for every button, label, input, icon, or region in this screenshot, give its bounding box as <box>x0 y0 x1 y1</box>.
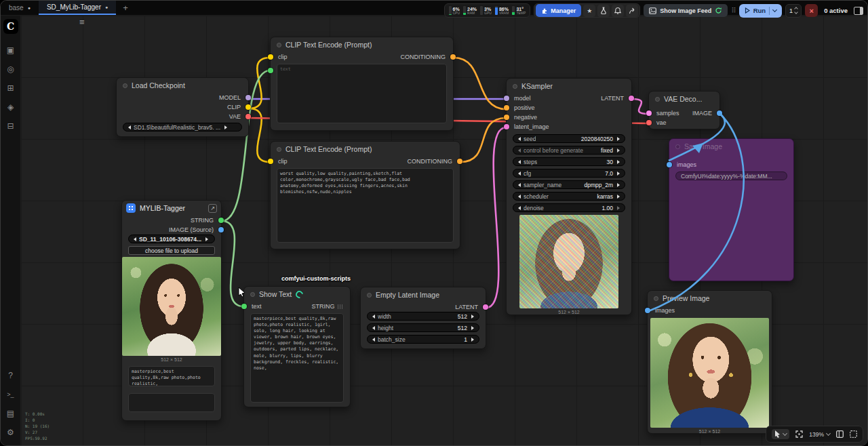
conditioning-output-socket[interactable] <box>450 54 456 60</box>
comfyui-window: base ● SD_MyLib-Tagger ● + C ▣ ◎ ⊞ ◈ ⊟ ?… <box>0 0 868 446</box>
images-input-socket[interactable] <box>667 162 672 167</box>
zoom-level-button[interactable]: 139% <box>809 431 830 438</box>
ksampler-preview-image <box>519 215 618 308</box>
mouse-cursor-icon <box>238 287 246 298</box>
ckpt-name-combo[interactable]: SD1.5\beautifulRealistic_brav5. ... <box>123 123 242 131</box>
workflows-icon[interactable]: ⊟ <box>3 119 18 134</box>
node-show-text[interactable]: Show Text text STRING masterpiece,best q… <box>243 286 351 407</box>
settings-gear-icon[interactable]: ⚙ <box>3 425 18 440</box>
node-clip-text-encode-positive[interactable]: CLIP Text Encode (Prompt) clip CONDITION… <box>270 37 454 131</box>
collapse-dot-icon[interactable] <box>250 292 255 297</box>
positive-prompt-textarea[interactable]: text <box>277 64 447 123</box>
drag-handle-icon[interactable]: ⠿ <box>731 7 735 14</box>
temp-monitor: 31°TEMP <box>512 6 526 15</box>
cfg-widget[interactable]: cfg7.0 <box>513 169 625 178</box>
star-icon[interactable]: ★ <box>583 5 595 17</box>
tagger-prompt-textarea[interactable]: masterpiece,best quality,8k,raw photo,ph… <box>128 366 215 386</box>
terminal-icon[interactable]: >_ <box>3 387 18 402</box>
flask-icon[interactable] <box>597 5 610 17</box>
collapse-dot-icon[interactable] <box>123 83 127 88</box>
view-icon[interactable]: ◎ <box>3 62 18 77</box>
seed-widget[interactable]: seed2020840250 <box>513 134 625 143</box>
input-label-samples: samples <box>656 110 679 117</box>
tab-base[interactable]: base ● <box>1 1 39 15</box>
show-image-feed-button[interactable]: Show Image Feed <box>644 4 728 17</box>
show-text-output-textarea[interactable]: masterpiece,best quality,8k,raw photo,ph… <box>250 313 344 403</box>
collapse-dot-icon[interactable] <box>277 43 281 47</box>
collapse-dot-icon[interactable] <box>513 84 517 89</box>
file-combo[interactable]: SD_11_10106-308674... <box>128 235 215 243</box>
node-preview-image[interactable]: Preview Image images 512 × 512 <box>647 290 772 434</box>
node-load-checkpoint[interactable]: Load Checkpoint MODEL CLIP VAE SD1.5\bea… <box>116 77 249 137</box>
latent-output-socket[interactable] <box>483 304 488 310</box>
model-library-icon[interactable]: ◈ <box>3 100 18 115</box>
clip-input-socket[interactable] <box>268 159 273 164</box>
node-vae-decode[interactable]: VAE Deco... samples IMAGE vae <box>648 91 720 129</box>
vae-output-socket[interactable] <box>245 114 251 119</box>
decrement-icon[interactable] <box>794 10 798 14</box>
clip-input-socket[interactable] <box>268 54 273 60</box>
logs-icon[interactable]: ▤ <box>3 406 18 421</box>
queue-icon[interactable]: ▣ <box>3 43 18 58</box>
pointer-tool-button[interactable] <box>772 429 789 439</box>
collapse-dot-icon[interactable] <box>367 293 372 298</box>
choose-file-button[interactable]: choose file to upload <box>128 246 215 255</box>
fit-view-icon[interactable] <box>795 430 803 438</box>
share-icon[interactable] <box>626 5 638 17</box>
clear-queue-button[interactable]: × <box>805 4 818 17</box>
help-icon[interactable]: ? <box>3 368 18 383</box>
latent-output-socket[interactable] <box>629 96 634 101</box>
node-empty-latent-image[interactable]: Empty Latent Image LATENT width512 heigh… <box>360 287 486 349</box>
sampler-name-widget[interactable]: sampler_namedpmpp_2m <box>513 180 625 189</box>
steps-widget[interactable]: steps30 <box>513 157 625 166</box>
clip-output-socket[interactable] <box>245 104 251 110</box>
node-ksampler[interactable]: KSampler model LATENT positive negative … <box>506 78 632 315</box>
images-input-socket[interactable] <box>645 308 650 313</box>
height-widget[interactable]: height512 <box>367 323 479 332</box>
collapse-dot-icon[interactable] <box>655 97 660 102</box>
denoise-widget[interactable]: denoise1.00 <box>513 203 625 212</box>
focus-mode-icon[interactable] <box>850 430 857 438</box>
comfyui-logo[interactable]: C <box>3 19 18 34</box>
input-label-clip: clip <box>278 54 288 60</box>
vae-input-socket[interactable] <box>646 120 652 125</box>
widget-grip-icon[interactable] <box>338 304 343 309</box>
positive-input-socket[interactable] <box>504 105 509 110</box>
node-library-icon[interactable]: ⊞ <box>3 81 18 96</box>
node-save-image-bypassed[interactable]: Save Image images ComfyUI%date:yyyy%-%da… <box>669 138 794 281</box>
image-source-output-socket[interactable] <box>218 227 224 232</box>
node-graph-canvas[interactable]: ≡ Load Checkpoint MODEL CLIP VAE SD1.5\b… <box>21 16 868 446</box>
bell-icon[interactable] <box>612 5 624 17</box>
negative-input-socket[interactable] <box>504 115 509 120</box>
width-widget[interactable]: width512 <box>367 312 479 321</box>
minimap-icon[interactable] <box>836 430 844 438</box>
run-button[interactable]: Run <box>739 4 782 18</box>
samples-input-socket[interactable] <box>646 110 652 116</box>
new-tab-button[interactable]: + <box>116 1 135 15</box>
tab-sd-mylib-tagger[interactable]: SD_MyLib-Tagger ● <box>39 1 116 15</box>
model-output-socket[interactable] <box>245 95 251 100</box>
latent-image-input-socket[interactable] <box>504 124 509 129</box>
scheduler-widget[interactable]: schedulerkarras <box>513 192 625 201</box>
expand-icon[interactable]: ↗ <box>208 204 217 213</box>
node-clip-text-encode-negative[interactable]: CLIP Text Encode (Prompt) clip CONDITION… <box>270 141 460 249</box>
conditioning-output-socket[interactable] <box>457 159 462 164</box>
canvas-menu-icon[interactable]: ≡ <box>79 17 85 27</box>
tagger-note-textarea[interactable] <box>128 393 215 412</box>
collapse-dot-icon[interactable] <box>654 296 658 301</box>
string-output-socket[interactable] <box>218 218 224 223</box>
control-before-generate-widget[interactable]: control before generatefixed <box>513 146 625 155</box>
batch-size-widget[interactable]: batch_size1 <box>367 335 479 344</box>
toggle-panel-icon[interactable] <box>854 7 863 15</box>
negative-prompt-textarea[interactable]: worst quality,low quality,painting,sketc… <box>277 168 454 243</box>
filename-prefix-widget[interactable]: ComfyUI%date:yyyy%-%date:MM... <box>675 171 787 180</box>
text-input-socket[interactable] <box>241 304 247 309</box>
collapse-dot-icon[interactable] <box>675 144 680 149</box>
manager-button[interactable]: Manager <box>536 4 581 17</box>
collapse-dot-icon[interactable] <box>277 147 281 152</box>
node-mylib-tagger[interactable]: MYLIB-Tagger ↗ STRING IMAGE (Source) SD_… <box>121 200 222 421</box>
batch-count-stepper[interactable]: 1 <box>785 4 802 18</box>
image-output-socket[interactable] <box>717 110 722 116</box>
text-input-socket[interactable] <box>268 68 273 73</box>
model-input-socket[interactable] <box>504 96 509 101</box>
